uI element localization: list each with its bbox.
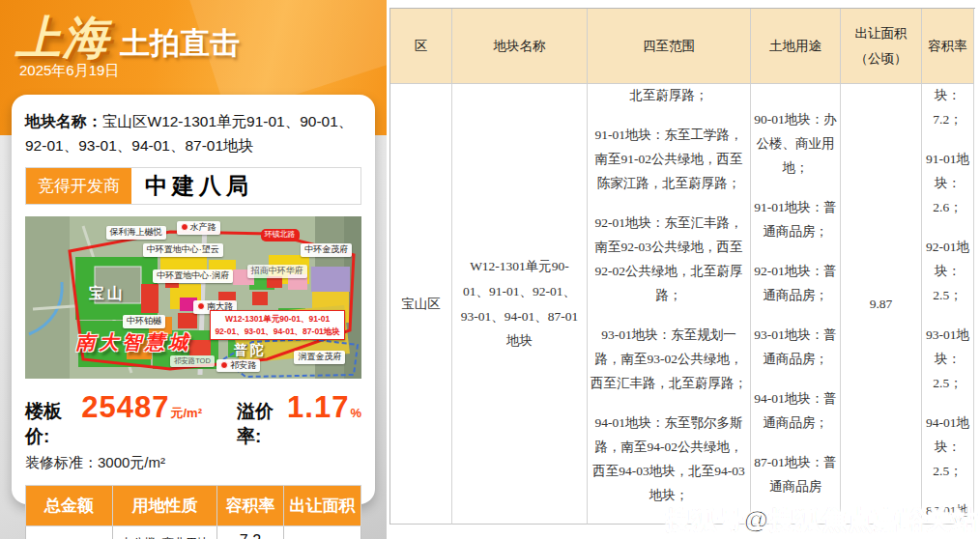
summary-far-line1: 7.2	[219, 531, 281, 539]
summary-land-use: 办公楼, 商业用地 普通商品房	[113, 525, 217, 539]
cell-boundaries: 90-01地块：东至90-02公共绿地，南至90-02公共绿地，西至90-02公…	[588, 84, 751, 525]
transfer-area-value: 9.87	[870, 292, 893, 317]
poster-title: 上海 土拍直击	[15, 8, 240, 69]
poster-panel: 上海 土拍直击 2025年6月19日 地块名称：宝山区W12-1301单元91-…	[0, 0, 387, 539]
col-header-boundaries: 四至范围	[588, 9, 751, 84]
summary-total-amount: 819533万	[26, 525, 113, 539]
parcel-name-value: W12-1301单元90-01、91-01、92-01、93-01、94-01、…	[457, 254, 582, 354]
map-label-runzhi: 润置金茂府	[294, 351, 345, 364]
map-label-wangyun: 中环置地中心·望云	[143, 243, 223, 257]
map-label-qianlu-tod: 祁安路TOD	[170, 355, 215, 367]
col-header-parcel-name: 地块名称	[452, 9, 588, 84]
premium-label: 溢价率:	[237, 399, 287, 449]
title-shanghai: 上海	[15, 8, 110, 69]
cell-transfer-area: 9.87	[841, 84, 922, 525]
metro-icon	[220, 361, 228, 369]
summary-header-area: 出让面积	[284, 485, 361, 525]
developer-label: 竞得开发商	[26, 168, 131, 204]
floor-price-label: 楼板价:	[25, 399, 81, 449]
summary-header-use: 用地性质	[113, 485, 217, 525]
col-header-far: 容积率	[922, 9, 974, 84]
cell-land-use: 90-01地块：办公楼、商业用地；91-01地块：普通商品房；92-01地块：普…	[751, 84, 841, 525]
map-label-runfu: 中环置地中心·润府	[153, 270, 233, 283]
summary-far: 7.2 2.6, 2.5	[216, 525, 283, 539]
district-value: 宝山区	[401, 292, 441, 317]
map-label-nanda-city: 南大智慧城	[75, 329, 191, 355]
watermark: 搜狐号@搜狐焦点嘉峪关站	[666, 503, 978, 537]
summary-area: 98659.8m²	[284, 525, 361, 539]
detail-table: 区 地块名称 四至范围 土地用途 出让面积（公顷） 容积率 宝山区 W12-13…	[389, 8, 975, 525]
summary-data-row: 819533万 办公楼, 商业用地 普通商品房 7.2 2.6, 2.5 986…	[26, 525, 361, 539]
title-land-auction: 土拍直击	[120, 23, 240, 64]
cell-far: 90-01地块：7.2；91-01地块：2.6；92-01地块：2.5；93-0…	[922, 84, 974, 525]
col-header-land-use: 土地用途	[751, 9, 841, 84]
summary-header-far: 容积率	[216, 485, 283, 525]
map-label-qianlu: 祁安路	[216, 359, 260, 373]
map-callout-parcel: W12-1301单元90-01、91-01 92-01、93-01、94-01、…	[210, 310, 344, 340]
map-callout-line2: 92-01、93-01、94-01、87-01地块	[215, 326, 339, 336]
map-label-poli: 保利海上樾悦	[106, 226, 166, 240]
cell-parcel-name: W12-1301单元90-01、91-01、92-01、93-01、94-01、…	[452, 84, 588, 525]
info-card: 地块名称：宝山区W12-1301单元91-01、90-01、92-01、93-0…	[12, 95, 375, 504]
summary-header-row: 总金额 用地性质 容积率 出让面积	[26, 485, 361, 525]
poster-date: 2025年6月19日	[19, 62, 119, 80]
premium-unit: %	[350, 406, 361, 420]
detail-panel: 区 地块名称 四至范围 土地用途 出让面积（公顷） 容积率 宝山区 W12-13…	[387, 0, 980, 539]
parcel-map: 保利海上樾悦 水产路 中环置地中心·望云 环镇北路 中环金茂府 中环置地中心·润…	[25, 216, 361, 379]
decoration-standard: 装修标准：3000元/m²	[25, 454, 361, 472]
floor-price-value: 25487	[81, 390, 169, 425]
parcel-name-line: 地块名称：宝山区W12-1301单元91-01、90-01、92-01、93-0…	[25, 110, 361, 157]
col-header-transfer-area: 出让面积（公顷）	[841, 9, 922, 84]
map-label-shuichanlu: 水产路	[177, 221, 220, 235]
premium-value: 1.17	[287, 390, 349, 425]
summary-land-use-line1: 办公楼, 商业用地	[115, 535, 215, 539]
map-label-zhaoshang: 招商中环华府	[247, 265, 307, 278]
summary-header-total: 总金额	[26, 485, 113, 525]
price-row: 楼板价: 25487 元/m² 溢价率: 1.17 %	[25, 390, 361, 449]
map-label-boyue: 中环铂樾	[123, 315, 165, 328]
map-label-putuo: 普陀	[234, 341, 267, 358]
map-label-jinmao-top: 中环金茂府	[301, 243, 352, 257]
metro-icon	[197, 302, 205, 310]
parcel-name-label: 地块名称：	[25, 113, 102, 129]
premium-group: 溢价率: 1.17 %	[237, 390, 361, 449]
metro-icon	[181, 223, 188, 231]
map-callout-line1: W12-1301单元90-01、91-01	[225, 314, 330, 324]
map-label-huanzhen-beilu: 环镇北路	[261, 229, 300, 241]
map-label-baoshan: 宝山	[89, 284, 126, 304]
summary-table: 总金额 用地性质 容积率 出让面积 819533万 办公楼, 商业用地 普通商品…	[25, 485, 361, 539]
developer-box: 竞得开发商 中建八局	[25, 167, 361, 205]
floor-price-unit: 元/m²	[170, 405, 202, 422]
cell-district: 宝山区	[390, 84, 452, 525]
col-header-district: 区	[390, 9, 452, 84]
developer-name: 中建八局	[131, 168, 360, 204]
